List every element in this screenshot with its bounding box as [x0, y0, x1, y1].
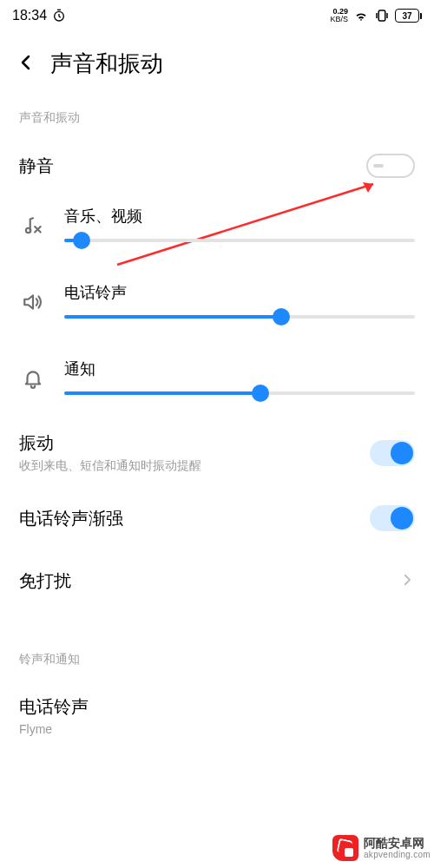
battery-indicator: 37	[395, 9, 422, 23]
row-vibration[interactable]: 振动 收到来电、短信和通知时振动提醒	[0, 419, 434, 486]
row-dnd[interactable]: 免打扰	[0, 550, 434, 612]
vibration-label: 振动	[19, 431, 370, 455]
watermark-text-cn: 阿酷安卓网	[364, 837, 431, 850]
section-label-sound: 声音和振动	[0, 100, 434, 141]
ring-fadein-toggle[interactable]	[370, 505, 415, 531]
network-rate: 0.29 KB/S	[330, 8, 348, 23]
header: 声音和振动	[0, 31, 434, 100]
bell-icon	[19, 358, 47, 390]
slider-notif-label: 通知	[64, 358, 415, 379]
timer-icon	[52, 9, 66, 23]
slider-ring-thumb[interactable]	[273, 308, 290, 326]
vibrate-icon	[374, 8, 390, 23]
watermark: 阿酷安卓网 akpvending.com	[329, 833, 434, 863]
slider-ring[interactable]: 电话铃声	[0, 266, 434, 343]
slider-notif-track[interactable]	[64, 391, 415, 395]
wifi-icon	[353, 8, 369, 23]
slider-ring-label: 电话铃声	[64, 282, 415, 303]
watermark-logo-icon	[332, 835, 358, 861]
slider-media-track[interactable]	[64, 239, 415, 242]
ringtone-label: 电话铃声	[19, 695, 415, 719]
slider-notif-fill	[64, 391, 260, 395]
slider-notif-thumb[interactable]	[252, 385, 269, 402]
svg-rect-1	[378, 10, 385, 21]
row-ring-fadein[interactable]: 电话铃声渐强	[0, 486, 434, 550]
volume-icon	[19, 282, 47, 313]
slider-media-label: 音乐、视频	[64, 206, 415, 227]
svg-marker-7	[24, 295, 33, 308]
watermark-text-en: akpvending.com	[364, 850, 431, 859]
ringtone-value: Flyme	[19, 722, 415, 736]
slider-ring-track[interactable]	[64, 315, 415, 319]
svg-point-4	[26, 228, 30, 233]
mute-toggle[interactable]	[366, 154, 415, 178]
status-time: 18:34	[12, 8, 47, 23]
back-icon[interactable]	[16, 52, 36, 76]
dnd-label: 免打扰	[19, 569, 399, 593]
row-mute[interactable]: 静音	[0, 141, 434, 190]
mute-label: 静音	[19, 155, 366, 178]
page-title: 声音和振动	[50, 49, 163, 79]
music-mute-icon	[19, 206, 47, 237]
slider-media[interactable]: 音乐、视频	[0, 190, 434, 266]
row-ringtone[interactable]: 电话铃声 Flyme	[0, 683, 434, 748]
ring-fadein-label: 电话铃声渐强	[19, 507, 370, 530]
vibration-toggle[interactable]	[370, 440, 415, 466]
chevron-right-icon	[399, 572, 415, 591]
slider-ring-fill	[64, 315, 281, 319]
status-bar: 18:34 0.29 KB/S 37	[0, 0, 434, 31]
section-label-ringtone: 铃声和通知	[0, 652, 434, 683]
vibration-sub: 收到来电、短信和通知时振动提醒	[19, 458, 370, 474]
slider-media-thumb[interactable]	[73, 232, 90, 249]
slider-notif[interactable]: 通知	[0, 343, 434, 419]
